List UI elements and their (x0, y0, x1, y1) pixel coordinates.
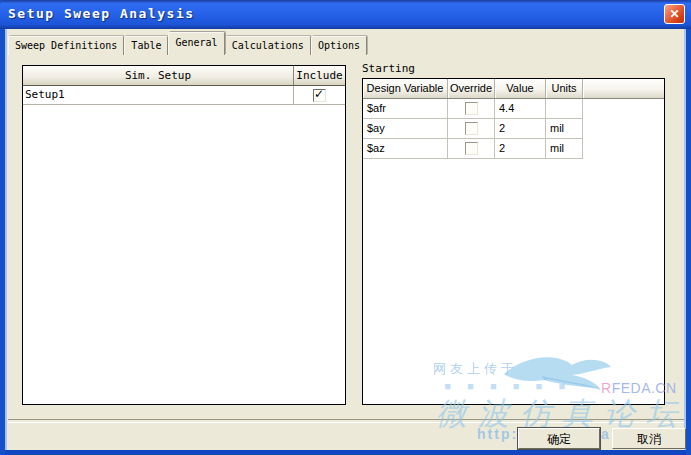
variable-cell[interactable]: $ay (363, 119, 448, 139)
value-cell[interactable]: 2 (495, 119, 546, 139)
units-cell[interactable]: mil (546, 139, 583, 159)
bottom-separator (8, 419, 684, 423)
table-row[interactable]: Setup1 ✓ (23, 86, 345, 105)
setup-name-cell[interactable]: Setup1 (23, 86, 293, 104)
tab-strip: Sweep Definitions Table General Calculat… (8, 32, 367, 55)
close-icon: ✕ (669, 7, 679, 21)
include-cell: ✓ (293, 86, 345, 104)
override-checkbox[interactable] (465, 142, 478, 155)
variable-cell[interactable]: $afr (363, 99, 448, 119)
variable-cell[interactable]: $az (363, 139, 448, 159)
tab-table[interactable]: Table (124, 36, 168, 55)
column-header-include[interactable]: Include (293, 66, 345, 85)
column-header-override[interactable]: Override (448, 79, 495, 98)
units-cell[interactable]: mil (546, 119, 583, 139)
value-cell[interactable]: 2 (495, 139, 546, 159)
window-title: Setup Sweep Analysis (8, 6, 195, 21)
override-checkbox[interactable] (465, 122, 478, 135)
override-checkbox[interactable] (465, 102, 478, 115)
close-button[interactable]: ✕ (664, 4, 685, 24)
column-header-sim-setup[interactable]: Sim. Setup (23, 66, 293, 85)
units-cell[interactable] (546, 99, 583, 119)
column-header-design-variable[interactable]: Design Variable (363, 79, 448, 98)
cancel-button[interactable]: 取消 (612, 428, 686, 449)
column-header-value[interactable]: Value (495, 79, 546, 98)
starting-variables-panel: Design Variable Override Value Units $af… (362, 78, 665, 405)
table-row[interactable]: $afr 4.4 (363, 99, 664, 119)
dialog-setup-sweep-analysis: Setup Sweep Analysis ✕ Sweep Definitions… (0, 0, 691, 455)
blank-cell (583, 99, 664, 119)
tab-options[interactable]: Options (311, 36, 367, 55)
ok-button[interactable]: 确定 (518, 428, 600, 449)
override-cell (448, 119, 495, 139)
column-header-blank (583, 79, 664, 98)
blank-cell (583, 119, 664, 139)
tab-general[interactable]: General (168, 32, 224, 55)
check-icon: ✓ (314, 87, 324, 101)
blank-cell (583, 139, 664, 159)
starting-label: Starting (362, 62, 415, 75)
column-header-units[interactable]: Units (546, 79, 583, 98)
table-row[interactable]: $ay 2 mil (363, 119, 664, 139)
starting-table-header: Design Variable Override Value Units (363, 79, 664, 99)
include-checkbox[interactable]: ✓ (313, 89, 326, 102)
override-cell (448, 139, 495, 159)
table-row[interactable]: $az 2 mil (363, 139, 664, 159)
sim-setup-table-header: Sim. Setup Include (23, 66, 345, 86)
title-bar[interactable]: Setup Sweep Analysis ✕ (0, 0, 691, 29)
tab-calculations[interactable]: Calculations (225, 36, 311, 55)
tab-sweep-definitions[interactable]: Sweep Definitions (8, 36, 124, 55)
override-cell (448, 99, 495, 119)
sim-setup-table: Sim. Setup Include Setup1 ✓ (22, 65, 346, 405)
value-cell[interactable]: 4.4 (495, 99, 546, 119)
